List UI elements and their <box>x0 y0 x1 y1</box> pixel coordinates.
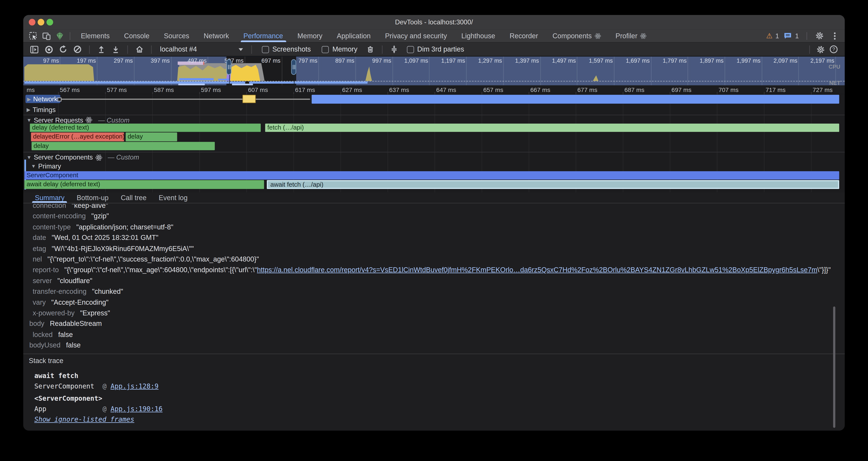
panel-settings-gear-icon[interactable] <box>814 44 827 55</box>
details-tab-event-log[interactable]: Event log <box>153 192 194 203</box>
tab-label: Sources <box>164 32 189 39</box>
timeline-event-bar[interactable]: delay <box>125 132 177 141</box>
history-select[interactable]: localhost #4 <box>157 46 246 53</box>
network-request-marker[interactable] <box>243 94 256 103</box>
dim-3rd-parties-checkbox[interactable]: Dim 3rd parties <box>407 46 464 53</box>
help-icon[interactable]: ? <box>827 44 840 55</box>
tab-profiler[interactable]: Profiler <box>608 29 654 42</box>
cpu-lane-label: CPU <box>829 64 840 70</box>
overview-time-label: 797 ms <box>299 57 317 64</box>
timeline-tracks[interactable]: ▶ Network ▶ Timings ▼ Server Requests — … <box>23 94 845 193</box>
tab-label: Application <box>337 32 371 39</box>
tab-privacy-and-security[interactable]: Privacy and security <box>378 29 454 42</box>
tab-sources[interactable]: Sources <box>157 29 196 42</box>
home-icon[interactable] <box>133 44 146 55</box>
extension-gem-icon[interactable] <box>53 30 66 41</box>
show-ignore-listed-frames-link[interactable]: Show ignore-listed frames <box>34 416 134 423</box>
tab-memory[interactable]: Memory <box>290 29 330 42</box>
inspect-element-icon[interactable] <box>27 30 40 41</box>
timeline-event-bar[interactable]: await delay (deferred text) <box>24 180 264 189</box>
ruler-tick <box>388 92 388 94</box>
network-track-header[interactable]: ▶ Network <box>25 95 60 103</box>
response-property-row: bodyReadableStream <box>23 319 845 329</box>
track-resize-grip[interactable] <box>58 97 62 102</box>
server-components-label: Server Components <box>34 153 93 161</box>
timeline-event-bar[interactable]: delay <box>31 142 215 150</box>
timeline-event-bar[interactable]: await fetch (…/api) <box>267 180 839 189</box>
network-request-bar[interactable] <box>312 95 839 103</box>
server-requests-track-header[interactable]: ▼ Server Requests — Custom <box>23 115 845 124</box>
expand-triangle-icon: ▼ <box>27 117 31 123</box>
timings-track[interactable]: ▶ Timings <box>23 105 845 114</box>
record-icon[interactable] <box>42 44 55 55</box>
toggle-sidebar-icon[interactable] <box>28 44 41 55</box>
stack-frame-row: <ServerComponent> <box>34 395 102 402</box>
selection-handle-left[interactable] <box>227 59 231 75</box>
network-track[interactable]: ▶ Network <box>23 94 845 104</box>
overview-time-label: 1,997 ms <box>737 57 761 64</box>
primary-group-row[interactable]: ▼ Primary <box>23 162 845 171</box>
device-toolbar-icon[interactable] <box>40 30 53 41</box>
server-components-track-header[interactable]: ▼ Server Components — Custom <box>23 153 845 162</box>
collect-garbage-icon[interactable] <box>364 44 377 55</box>
ruler-time-label: 587 ms <box>154 86 174 93</box>
ruler-tick <box>482 92 482 94</box>
property-value: false <box>66 342 81 349</box>
property-value: "{\"report_to\":\"cf-nel\",\"success_fra… <box>48 256 259 263</box>
timeline-overview[interactable]: 97 ms197 ms297 ms397 ms497 ms597 ms697 m… <box>23 56 845 85</box>
record-and-reload-icon[interactable] <box>56 44 70 55</box>
stack-frame-row: ServerComponent @ App.js:128:9 <box>34 382 159 390</box>
details-tab-bottom-up[interactable]: Bottom-up <box>70 192 115 203</box>
save-profile-icon[interactable] <box>109 44 122 55</box>
timeline-event-bar[interactable]: ServerComponent <box>24 171 839 180</box>
tab-label: Recorder <box>509 32 538 39</box>
warning-count: 1 <box>775 32 779 39</box>
clear-icon[interactable] <box>71 44 84 55</box>
ruler-tick <box>576 92 576 94</box>
tab-lighthouse[interactable]: Lighthouse <box>454 29 502 42</box>
report-url-link[interactable]: https://a.nel.cloudflare.com/report/v4?s… <box>257 266 817 274</box>
overview-time-label: 2,097 ms <box>773 57 797 64</box>
checkbox-icon <box>407 46 414 53</box>
tabbar-divider <box>70 32 70 39</box>
issues-message-icon[interactable] <box>783 30 792 41</box>
overview-time-label: 497 ms <box>188 57 207 64</box>
details-scrollbar-thumb[interactable] <box>833 307 835 428</box>
overview-time-label: 1,797 ms <box>663 57 687 64</box>
tab-network[interactable]: Network <box>196 29 236 42</box>
timeline-event-bar[interactable]: delay (deferred text) <box>30 123 260 132</box>
settings-gear-icon[interactable] <box>813 30 826 41</box>
timeline-event-bar[interactable]: delayedError (…ayed exception) <box>31 132 124 141</box>
ruler-tick <box>670 92 671 94</box>
property-value: ReadableStream <box>50 320 102 327</box>
stack-frame-source-link[interactable]: App.js:128:9 <box>111 382 159 390</box>
overview-network-bar <box>178 84 205 85</box>
overview-time-label: 197 ms <box>77 57 96 64</box>
details-tab-call-tree[interactable]: Call tree <box>115 192 153 203</box>
overview-time-label: 1,697 ms <box>626 57 650 64</box>
tab-performance[interactable]: Performance <box>236 29 290 42</box>
warning-icon[interactable]: ⚠ <box>766 32 773 40</box>
timeline-event-bar[interactable]: fetch (…/api) <box>265 123 839 132</box>
tab-elements[interactable]: Elements <box>74 29 117 42</box>
stack-frame-source-link[interactable]: App.js:190:16 <box>111 405 162 413</box>
custom-track-badge: — Custom <box>98 116 130 124</box>
screenshots-checkbox[interactable]: Screenshots <box>262 46 311 53</box>
selection-handle-right[interactable] <box>291 59 296 75</box>
overview-time-label: 97 ms <box>43 57 59 64</box>
ruler-tick <box>811 92 812 94</box>
tab-label: Memory <box>297 32 322 39</box>
tab-recorder[interactable]: Recorder <box>502 29 545 42</box>
response-properties-list: connection"keep-alive"content-encoding"g… <box>23 204 845 351</box>
tab-console[interactable]: Console <box>117 29 157 42</box>
memory-checkbox[interactable]: Memory <box>322 46 357 53</box>
checkbox-icon <box>262 46 269 53</box>
load-profile-icon[interactable] <box>95 44 108 55</box>
tabbar-right-controls: ⚠ 1 1 <box>766 30 841 41</box>
property-key: server <box>33 277 52 285</box>
collapse-tracks-icon[interactable] <box>387 44 400 55</box>
tab-application[interactable]: Application <box>330 29 378 42</box>
tab-components[interactable]: Components <box>545 29 608 42</box>
kebab-menu-icon[interactable] <box>828 30 841 41</box>
overview-time-label: 1,597 ms <box>589 57 613 64</box>
